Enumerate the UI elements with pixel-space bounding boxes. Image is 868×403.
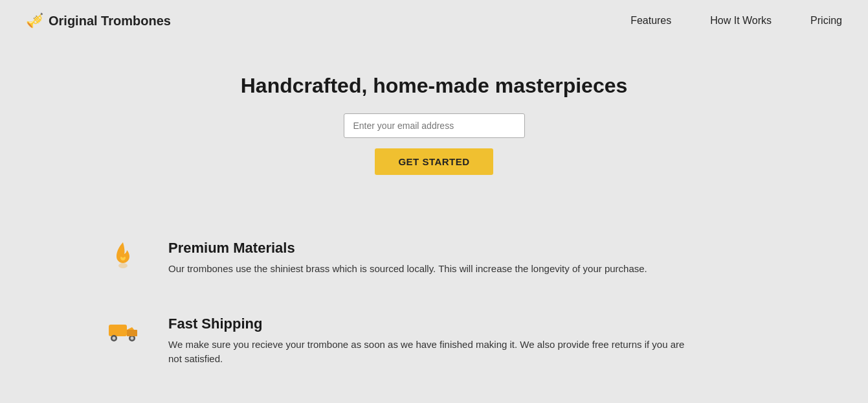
nav-item-features[interactable]: Features — [630, 15, 671, 27]
hero-section: Handcrafted, home-made masterpieces GET … — [0, 41, 868, 201]
nav-item-how-it-works[interactable]: How It Works — [710, 15, 772, 27]
brand-logo[interactable]: 🎺 Original Trombones — [26, 12, 171, 29]
nav-link-pricing[interactable]: Pricing — [810, 15, 842, 26]
feature-text-fast-shipping: Fast Shipping We make sure you recieve y… — [168, 316, 699, 367]
svg-point-5 — [131, 336, 134, 340]
feature-desc-fast-shipping: We make sure you recieve your trombone a… — [168, 338, 699, 367]
flame-icon — [104, 240, 142, 271]
feature-desc-premium-materials: Our trombones use the shiniest brass whi… — [168, 262, 647, 277]
feature-text-premium-materials: Premium Materials Our trombones use the … — [168, 240, 647, 277]
feature-title-premium-materials: Premium Materials — [168, 240, 647, 257]
nav-link-features[interactable]: Features — [630, 15, 671, 26]
nav-link-how-it-works[interactable]: How It Works — [710, 15, 772, 26]
nav-item-pricing[interactable]: Pricing — [810, 15, 842, 27]
feature-item-premium-materials: Premium Materials Our trombones use the … — [104, 220, 764, 296]
get-started-button[interactable]: GET STARTED — [375, 148, 493, 175]
truck-icon — [104, 316, 142, 347]
svg-rect-1 — [109, 325, 127, 336]
svg-rect-6 — [127, 330, 137, 336]
navbar: 🎺 Original Trombones Features How It Wor… — [0, 0, 868, 41]
hero-title: Handcrafted, home-made masterpieces — [13, 74, 855, 98]
brand-name: Original Trombones — [49, 14, 171, 29]
feature-title-fast-shipping: Fast Shipping — [168, 316, 699, 332]
svg-point-3 — [113, 336, 116, 340]
email-input[interactable] — [344, 113, 525, 138]
nav-links: Features How It Works Pricing — [630, 15, 842, 27]
feature-item-fast-shipping: Fast Shipping We make sure you recieve y… — [104, 296, 764, 386]
features-section: Premium Materials Our trombones use the … — [0, 201, 868, 403]
svg-point-0 — [118, 263, 128, 268]
feature-item-quality-assurance: Quality Assurance For every purchase you… — [104, 386, 764, 404]
brand-icon: 🎺 — [26, 12, 43, 29]
